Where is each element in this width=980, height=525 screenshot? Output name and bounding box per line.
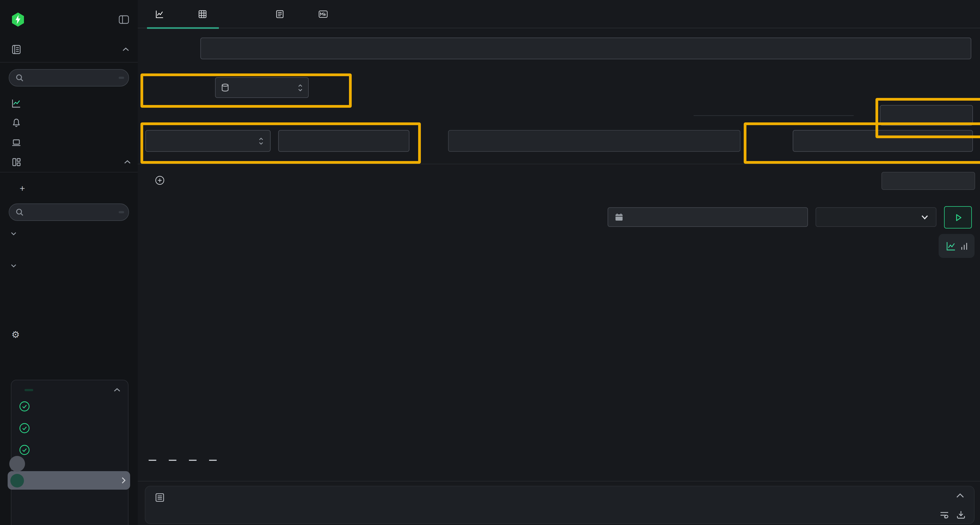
- group-saved-dashboards[interactable]: [0, 228, 138, 239]
- brand-row: [11, 12, 129, 27]
- list-icon: [155, 493, 164, 502]
- where-input-wrap: [448, 130, 740, 152]
- search-doc-icon: [275, 10, 284, 18]
- sidebar-item-client-sessions[interactable]: [0, 133, 138, 152]
- active-tab-indicator: [147, 27, 219, 29]
- get-started-step[interactable]: [19, 444, 120, 458]
- chevron-up-icon: [123, 48, 129, 52]
- create-dashboard-button[interactable]: +: [0, 181, 138, 197]
- alias-connector-line: [694, 115, 854, 116]
- sidebar-section-dashboards[interactable]: [0, 152, 138, 172]
- hyperdx-app: + ⚙: [0, 0, 980, 525]
- alias-input[interactable]: [880, 105, 973, 126]
- plus-icon: +: [20, 183, 25, 194]
- divider: [0, 62, 138, 63]
- kbd-shortcut: [119, 77, 124, 79]
- sidebar-item-team-settings[interactable]: ⚙: [0, 325, 138, 344]
- tab-line-bar[interactable]: [155, 10, 169, 18]
- get-started-step[interactable]: [19, 423, 120, 436]
- search-icon: [16, 208, 24, 216]
- legend-swatch: [209, 460, 217, 461]
- query-language-toggle: [726, 130, 734, 152]
- hyperdx-logo-icon: [11, 13, 24, 27]
- group-by-input[interactable]: [793, 130, 973, 152]
- aggregation-select[interactable]: [145, 130, 270, 152]
- legend-item[interactable]: [169, 460, 180, 461]
- legend-item[interactable]: [149, 460, 160, 461]
- where-input[interactable]: [448, 130, 740, 152]
- progress-badge: [24, 389, 33, 391]
- add-series-button[interactable]: [155, 171, 170, 189]
- calendar-icon: [615, 213, 624, 221]
- check-circle-icon: [19, 401, 30, 414]
- saved-dashboards-input[interactable]: [9, 203, 129, 221]
- sidebar-item-alerts[interactable]: [0, 113, 138, 133]
- chart-type-tabs: [138, 0, 980, 28]
- get-started-step[interactable]: [19, 401, 120, 414]
- download-icon[interactable]: [956, 510, 965, 519]
- table-icon: [198, 10, 207, 18]
- group-presets[interactable]: [0, 260, 138, 271]
- collapse-sidebar-icon[interactable]: [119, 15, 129, 24]
- avatar: [10, 474, 24, 487]
- plus-circle-icon: [155, 176, 164, 185]
- chevron-down-icon: [921, 215, 928, 219]
- legend-item[interactable]: [189, 460, 200, 461]
- check-circle-icon: [19, 444, 30, 458]
- wrap-text-icon[interactable]: [940, 510, 949, 519]
- tab-markdown[interactable]: [318, 10, 332, 18]
- timeseries-chart[interactable]: [142, 237, 975, 462]
- sidebar-section-search[interactable]: [11, 41, 129, 58]
- line-chart-icon: [155, 10, 164, 18]
- legend-swatch: [149, 460, 156, 461]
- divider: [138, 164, 980, 164]
- select-chevrons-icon: [259, 137, 264, 145]
- bell-icon: [11, 118, 21, 128]
- expression-input[interactable]: [278, 130, 409, 152]
- chevron-right-icon: [121, 477, 126, 484]
- divider: [0, 172, 138, 173]
- kbd-shortcut: [119, 211, 124, 213]
- granularity-select[interactable]: [816, 207, 937, 227]
- chevron-down-icon: [11, 232, 16, 235]
- dashboards-icon: [11, 157, 21, 167]
- run-query-button[interactable]: [944, 206, 972, 228]
- search-icon: [16, 74, 24, 82]
- user-menu[interactable]: [8, 471, 130, 490]
- sidebar-item-chart-explorer[interactable]: [0, 94, 138, 113]
- chart-name-input[interactable]: [200, 38, 971, 59]
- set-number-format-button[interactable]: [881, 172, 975, 190]
- sample-matched-events-panel: [145, 486, 975, 524]
- sidebar-item-my-dashboard[interactable]: [0, 239, 138, 253]
- line-chart-icon: [11, 98, 21, 108]
- chevron-down-icon: [11, 263, 16, 267]
- chevron-up-icon: [124, 160, 130, 164]
- main-content: [138, 0, 980, 525]
- sidebar-item-services[interactable]: [0, 285, 138, 299]
- tab-table[interactable]: [198, 10, 212, 18]
- chart-legend: [149, 460, 229, 461]
- help-button[interactable]: [9, 456, 25, 472]
- chevron-up-icon[interactable]: [114, 388, 120, 392]
- collapse-panel-icon[interactable]: [956, 493, 964, 498]
- legend-item[interactable]: [209, 460, 221, 461]
- journal-icon: [11, 44, 21, 54]
- saved-searches-input[interactable]: [9, 69, 129, 87]
- get-started-card: [11, 380, 129, 525]
- data-source-select[interactable]: [215, 77, 309, 98]
- database-icon: [221, 83, 229, 92]
- select-chevrons-icon: [298, 84, 303, 92]
- gear-icon: ⚙: [11, 329, 20, 340]
- laptop-icon: [11, 138, 21, 148]
- check-circle-icon: [19, 423, 30, 436]
- play-icon: [953, 213, 963, 222]
- date-range-picker[interactable]: [608, 207, 808, 227]
- legend-swatch: [189, 460, 197, 461]
- divider: [138, 481, 980, 482]
- sidebar-item-kubernetes[interactable]: [0, 299, 138, 313]
- legend-swatch: [169, 460, 177, 461]
- sidebar: + ⚙: [0, 0, 138, 525]
- sidebar-item-clickhouse[interactable]: [0, 271, 138, 285]
- markdown-icon: [318, 10, 328, 18]
- tab-search[interactable]: [275, 10, 289, 18]
